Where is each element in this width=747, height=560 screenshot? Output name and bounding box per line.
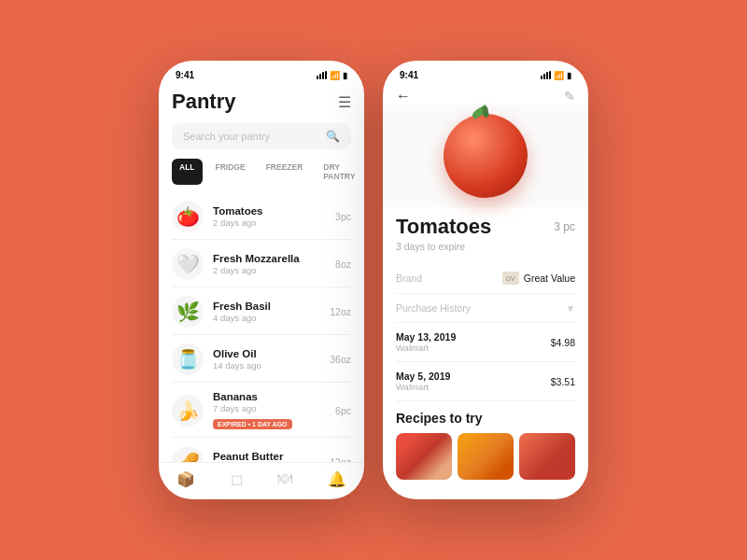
- list-item[interactable]: 🥜 Peanut Butter 14 days ago 12oz: [172, 440, 351, 462]
- item-qty: 12oz: [330, 306, 351, 317]
- list-item[interactable]: 🌿 Fresh Basil 4 days ago 12oz: [172, 289, 351, 335]
- search-icon: 🔍: [326, 130, 340, 143]
- status-icons-detail: 📶 ▮: [541, 71, 571, 80]
- detail-title-row: Tomatoes 3 pc: [396, 215, 575, 239]
- search-bar[interactable]: Search your pantry 🔍: [172, 123, 351, 149]
- bottom-nav: 📦 ◻ 🍽 🔔: [159, 462, 364, 499]
- recipes-section-title: Recipes to try: [396, 411, 575, 426]
- item-icon-peanutbutter: 🥜: [172, 446, 204, 462]
- signal-icon-detail: [541, 71, 551, 79]
- recipe-thumb-2[interactable]: [458, 433, 514, 480]
- purchase-date-1: May 13, 2019: [396, 331, 456, 343]
- item-name: Bananas: [213, 391, 326, 402]
- pantry-list: 🍅 Tomatoes 2 days ago 3pc 🤍 Fresh Mozzar…: [172, 194, 351, 462]
- pantry-title: Pantry: [172, 90, 235, 114]
- item-name: Tomatoes: [213, 205, 326, 217]
- purchase-store-2: Walmart: [396, 382, 450, 392]
- signal-icon: [317, 71, 327, 79]
- item-qty: 36oz: [330, 354, 351, 365]
- wifi-icon-detail: 📶: [554, 71, 564, 80]
- purchase-item-2: May 5, 2019 Walmart $3.51: [396, 362, 575, 401]
- brand-logo: GV: [502, 272, 519, 285]
- detail-screen: 9:41 📶 ▮ ← ✎: [383, 61, 588, 499]
- purchase-date-2: May 5, 2019: [396, 371, 450, 382]
- item-date: 4 days ago: [213, 313, 320, 323]
- item-name: Peanut Butter: [213, 451, 320, 462]
- pantry-content: Pantry ☰ Search your pantry 🔍 ALL FRIDGE…: [159, 84, 364, 462]
- recipes-row: [396, 433, 575, 480]
- tomato-circle: [444, 114, 528, 198]
- item-qty: 6pc: [335, 405, 351, 416]
- nav-fridge-icon[interactable]: ◻: [231, 470, 243, 488]
- nav-bell-icon[interactable]: 🔔: [328, 470, 346, 488]
- battery-icon-detail: ▮: [567, 71, 571, 80]
- item-info-mozzarella: Fresh Mozzarella 2 days ago: [213, 253, 326, 275]
- tab-freezer[interactable]: FREEZER: [259, 159, 311, 185]
- tomato-visual: [444, 114, 528, 198]
- purchase-price-2: $3.51: [551, 376, 575, 387]
- item-info-oliveoil: Olive Oil 14 days ago: [213, 348, 320, 371]
- filter-tabs: ALL FRIDGE FREEZER DRY PANTRY: [172, 159, 351, 185]
- time-pantry: 9:41: [176, 70, 194, 80]
- purchase-date-store-2: May 5, 2019 Walmart: [396, 371, 450, 392]
- back-button[interactable]: ←: [396, 88, 411, 105]
- nav-utensils-icon[interactable]: 🍽: [277, 470, 292, 488]
- purchase-store-1: Walmart: [396, 343, 456, 353]
- detail-header: ← ✎: [383, 84, 588, 105]
- purchase-history-header[interactable]: Purchase History ▼: [396, 294, 575, 323]
- brand-name: Great Value: [524, 273, 575, 284]
- list-item[interactable]: 🤍 Fresh Mozzarella 2 days ago 8oz: [172, 242, 351, 287]
- purchase-date-store-1: May 13, 2019 Walmart: [396, 331, 456, 353]
- item-name: Fresh Mozzarella: [213, 253, 326, 264]
- list-item[interactable]: 🍅 Tomatoes 2 days ago 3pc: [172, 194, 351, 240]
- item-name: Olive Oil: [213, 348, 320, 359]
- purchase-price-1: $4.98: [551, 337, 575, 348]
- app-container: 9:41 📶 ▮ Pantry ☰ Search your pantry 🔍: [140, 42, 607, 518]
- item-date: 2 days ago: [213, 265, 326, 275]
- list-item[interactable]: 🍌 Bananas 7 days ago EXPIRED • 1 DAY AGO…: [172, 385, 351, 438]
- edit-icon[interactable]: ✎: [564, 89, 575, 104]
- wifi-icon: 📶: [330, 71, 340, 80]
- tab-dry-pantry[interactable]: DRY PANTRY: [316, 159, 362, 185]
- tomato-image: [383, 105, 588, 207]
- tomato-stem: [482, 106, 489, 119]
- recipe-image-extra: [519, 433, 575, 480]
- list-item[interactable]: 🫙 Olive Oil 14 days ago 36oz: [172, 337, 351, 383]
- item-name: Fresh Basil: [213, 301, 320, 312]
- recipe-image-pizza: [458, 433, 514, 480]
- item-icon-oliveoil: 🫙: [172, 343, 204, 375]
- chevron-down-icon: ▼: [566, 303, 575, 314]
- filter-icon[interactable]: ☰: [338, 93, 351, 111]
- detail-item-qty: 3 pc: [554, 220, 575, 233]
- item-icon-bananas: 🍌: [172, 395, 204, 427]
- item-info-tomatoes: Tomatoes 2 days ago: [213, 205, 326, 228]
- brand-label: Brand: [396, 273, 422, 284]
- item-icon-mozzarella: 🤍: [172, 248, 204, 280]
- tab-fridge[interactable]: FRIDGE: [208, 159, 253, 185]
- status-bar-detail: 9:41 📶 ▮: [383, 61, 588, 84]
- item-info-peanutbutter: Peanut Butter 14 days ago: [213, 451, 320, 462]
- detail-content: Tomatoes 3 pc 3 days to expire Brand GV …: [383, 207, 588, 499]
- item-date: 14 days ago: [213, 360, 320, 371]
- brand-value: GV Great Value: [502, 272, 575, 285]
- recipe-image-salad: [396, 433, 452, 480]
- search-placeholder: Search your pantry: [183, 131, 318, 142]
- nav-pantry-icon[interactable]: 📦: [176, 470, 195, 488]
- item-icon-tomatoes: 🍅: [172, 201, 204, 232]
- time-detail: 9:41: [400, 70, 418, 80]
- detail-expire: 3 days to expire: [396, 241, 575, 252]
- detail-item-name: Tomatoes: [396, 215, 491, 239]
- tab-all[interactable]: ALL: [172, 159, 203, 185]
- status-icons-pantry: 📶 ▮: [317, 71, 347, 80]
- recipe-thumb-1[interactable]: [396, 433, 452, 480]
- battery-icon: ▮: [343, 71, 347, 80]
- item-icon-basil: 🌿: [172, 296, 204, 328]
- expired-badge: EXPIRED • 1 DAY AGO: [213, 419, 292, 429]
- brand-row: Brand GV Great Value: [396, 263, 575, 294]
- item-date: 2 days ago: [213, 217, 326, 228]
- purchase-item-1: May 13, 2019 Walmart $4.98: [396, 323, 575, 362]
- purchase-history-label: Purchase History: [396, 302, 471, 314]
- pantry-header: Pantry ☰: [172, 90, 351, 114]
- item-qty: 3pc: [335, 211, 351, 222]
- recipe-thumb-3[interactable]: [519, 433, 575, 480]
